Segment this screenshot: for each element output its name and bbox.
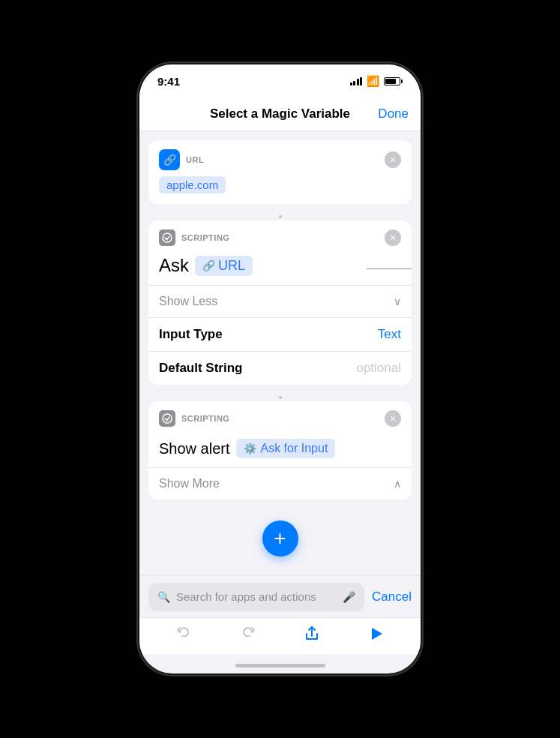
add-button-container: +: [148, 508, 412, 568]
ask-input-icon: ⚙️: [244, 442, 256, 454]
alert-row: Show alert ⚙️ Ask for Input: [159, 433, 401, 467]
show-less-row[interactable]: Show Less ∨: [148, 286, 412, 317]
phone-frame: 9:41 📶 Select a Magic Variable Done: [139, 64, 421, 674]
scripting-card-2: SCRIPTING × Show alert ⚙️ Ask for Input …: [148, 401, 412, 500]
svg-point-1: [163, 414, 172, 423]
ask-label: Ask: [159, 255, 189, 276]
chevron-down-icon: ∨: [394, 296, 401, 308]
play-button[interactable]: [360, 620, 393, 652]
scripting-card-1: SCRIPTING × Ask 🔗 URL Show Less: [148, 220, 412, 385]
svg-marker-2: [372, 628, 382, 640]
scripting-label-1: SCRIPTING: [181, 233, 229, 242]
scripting-icon-2: [159, 410, 175, 427]
scripting-card-2-header-left: SCRIPTING: [159, 410, 229, 427]
url-card-header: 🔗 URL ×: [148, 140, 412, 176]
back-icon: [175, 625, 193, 647]
show-alert-label: Show alert: [159, 440, 230, 458]
home-indicator: [235, 664, 325, 668]
scripting-card-1-header-left: SCRIPTING: [159, 230, 229, 246]
scripting-card-1-body: Ask 🔗 URL: [148, 252, 412, 285]
scripting-card-1-header: SCRIPTING ×: [148, 220, 412, 252]
share-button[interactable]: [295, 620, 328, 652]
input-type-label: Input Type: [159, 327, 223, 342]
bottom-toolbar: [139, 617, 421, 654]
ask-row: Ask 🔗 URL: [159, 252, 401, 285]
scripting-close-icon-1: ×: [390, 232, 396, 243]
show-more-row[interactable]: Show More ∧: [148, 468, 412, 500]
nav-title: Select a Magic Variable: [210, 106, 350, 122]
scripting-card-2-close-button[interactable]: ×: [385, 410, 401, 427]
forward-button[interactable]: [232, 620, 265, 652]
scripting-icon-1: [159, 230, 175, 246]
search-placeholder: Search for apps and actions: [176, 590, 337, 603]
search-bar[interactable]: 🔍 Search for apps and actions 🎤: [148, 583, 364, 611]
play-icon: [368, 626, 385, 646]
done-button[interactable]: Done: [378, 106, 409, 122]
card-separator-2: [148, 394, 412, 401]
url-card-body: apple.com: [148, 176, 412, 204]
input-type-value: Text: [378, 327, 401, 342]
wifi-icon: 📶: [367, 75, 379, 87]
search-bar-container: 🔍 Search for apps and actions 🎤 Cancel: [139, 575, 421, 617]
nav-header: Select a Magic Variable Done: [139, 98, 421, 131]
forward-icon: [239, 625, 257, 647]
url-variable-tag[interactable]: 🔗 URL: [195, 256, 253, 276]
scripting-card-1-close-button[interactable]: ×: [385, 230, 401, 246]
mic-icon: 🎤: [343, 591, 355, 603]
main-content: 🔗 URL × apple.com: [139, 131, 421, 575]
ask-input-tag[interactable]: ⚙️ Ask for Input: [236, 439, 336, 458]
close-icon: ×: [390, 154, 396, 165]
default-string-row[interactable]: Default String optional: [148, 352, 412, 385]
scripting-close-icon-2: ×: [390, 413, 396, 424]
signal-icon: [350, 77, 363, 86]
svg-point-0: [163, 233, 172, 242]
input-type-row[interactable]: Input Type Text: [148, 318, 412, 351]
back-button[interactable]: [167, 620, 200, 652]
share-icon: [304, 626, 320, 646]
url-card-header-left: 🔗 URL: [159, 149, 204, 170]
show-more-label: Show More: [159, 477, 220, 490]
battery-icon: [384, 77, 403, 86]
show-less-label: Show Less: [159, 295, 217, 308]
cancel-button[interactable]: Cancel: [372, 590, 412, 604]
url-card-label: URL: [186, 155, 204, 164]
scripting-label-2: SCRIPTING: [181, 414, 229, 423]
url-card: 🔗 URL × apple.com: [148, 140, 412, 204]
default-string-label: Default String: [159, 361, 242, 376]
url-card-close-button[interactable]: ×: [385, 152, 401, 168]
tag-icon: 🔗: [202, 260, 215, 272]
status-icons: 📶: [350, 75, 403, 87]
add-icon: +: [274, 526, 286, 550]
ask-input-label: Ask for Input: [261, 442, 328, 455]
chevron-up-icon: ∧: [394, 478, 401, 490]
variable-label: URL: [218, 258, 245, 274]
url-value-tag[interactable]: apple.com: [159, 176, 226, 194]
url-card-icon: 🔗: [159, 149, 180, 170]
card-separator-1: [148, 213, 412, 220]
connector-line: [367, 268, 412, 269]
status-time: 9:41: [157, 75, 180, 88]
add-button[interactable]: +: [262, 520, 298, 556]
status-bar: 9:41 📶: [139, 64, 421, 98]
search-icon: 🔍: [157, 591, 170, 603]
default-string-placeholder: optional: [356, 361, 401, 376]
scripting-card-2-body: Show alert ⚙️ Ask for Input: [148, 433, 412, 467]
scripting-card-2-header: SCRIPTING ×: [148, 401, 412, 433]
